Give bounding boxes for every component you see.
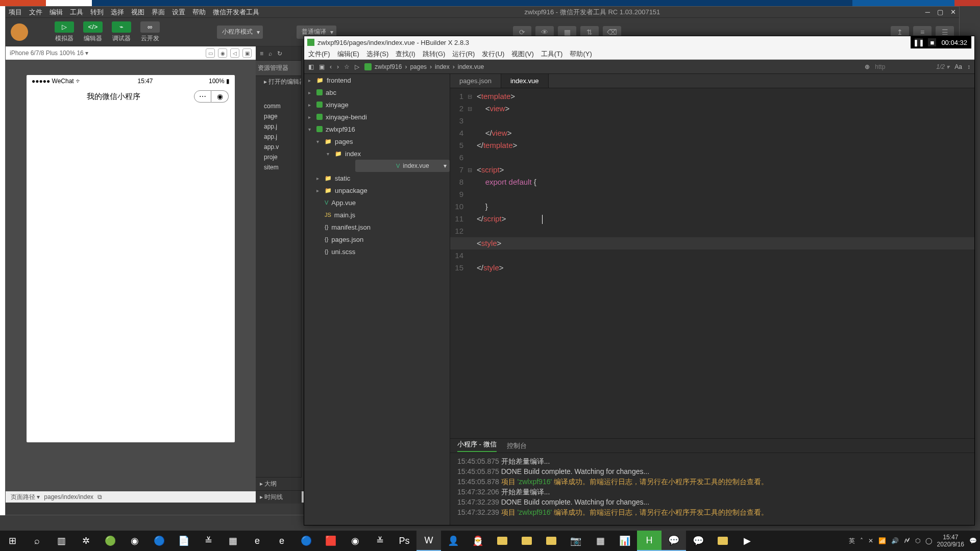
tree-item[interactable]: app.j	[256, 121, 301, 132]
menu-edit[interactable]: 编辑	[50, 8, 63, 17]
menu-goto[interactable]: 转到	[90, 8, 104, 17]
editor-tab-pages.json[interactable]: pages.json	[450, 74, 501, 88]
crumb-3[interactable]: index.vue	[458, 63, 484, 70]
crumb-1[interactable]: pages	[410, 63, 427, 70]
search-icon[interactable]: ⌕	[268, 50, 272, 57]
taskbar-app[interactable]: 🟢	[98, 531, 122, 551]
tree-main.js[interactable]: JSmain.js	[304, 209, 450, 221]
tree-item[interactable]: comm	[256, 101, 301, 111]
tray-icon[interactable]: ◯	[925, 537, 932, 544]
timeline-section[interactable]: ▸ 时间线	[256, 490, 302, 504]
crumb-2[interactable]: index	[435, 63, 450, 70]
pop-icon[interactable]: ▣	[242, 48, 252, 58]
taskbar-app[interactable]: 👤	[441, 531, 465, 551]
window-close-icon[interactable]: ✕	[950, 8, 956, 16]
taskview-button[interactable]: ▥	[49, 531, 74, 551]
cloud-button[interactable]: ∞云开发	[137, 21, 163, 43]
tree-index[interactable]: ▾📁index	[304, 147, 450, 160]
project-avatar-icon[interactable]	[11, 23, 28, 41]
search-button[interactable]: ⌕	[24, 531, 49, 551]
menu-find[interactable]: 查找(I)	[396, 49, 415, 59]
taskbar-ps[interactable]: Ps	[392, 531, 416, 551]
back-icon[interactable]: ‹	[330, 63, 332, 70]
editor-button[interactable]: </>编辑器	[80, 21, 106, 43]
menu-file[interactable]: 文件	[29, 8, 42, 17]
taskbar-app[interactable]: ▦	[220, 531, 245, 551]
taskbar-app[interactable]: ✲	[74, 531, 98, 551]
taskbar-app[interactable]: 🟥	[318, 531, 343, 551]
tree-index.vue[interactable]: Vindex.vue	[355, 160, 450, 172]
tree-pages[interactable]: ▾📁pages	[304, 135, 450, 147]
taskbar-folder[interactable]	[710, 531, 735, 551]
tree-uni.scss[interactable]: {}uni.scss	[304, 245, 450, 258]
code-editor[interactable]: 123456789101112131415 ⊟⊟ ⊟ ⊟ <template> …	[450, 88, 974, 438]
tree-item[interactable]: app.v	[256, 142, 301, 152]
console-tab-miniapp[interactable]: 小程序 - 微信	[457, 440, 497, 452]
taskbar-clock[interactable]: 15:472020/9/16	[937, 534, 964, 548]
menu-publish[interactable]: 发行(U)	[482, 49, 504, 59]
menu-settings[interactable]: 设置	[172, 8, 185, 17]
tray-chevron-icon[interactable]: ˄	[860, 537, 863, 544]
tree-item[interactable]: app.j	[256, 132, 301, 142]
tree-item[interactable]: sitem	[256, 162, 301, 172]
outline-section[interactable]: ▸ 大纲	[256, 477, 302, 490]
tree-frontend[interactable]: ▸📁frontend	[304, 74, 450, 86]
taskbar-app[interactable]: ▦	[588, 531, 612, 551]
tree-abc[interactable]: ▸abc	[304, 86, 450, 98]
stop-icon[interactable]: ■	[928, 38, 936, 46]
menu-select[interactable]: 选择	[111, 8, 124, 17]
capsule-close-icon[interactable]: ◉	[211, 90, 229, 103]
tray-volume-icon[interactable]: 🔊	[891, 537, 899, 544]
menu-view[interactable]: 视图(V)	[511, 49, 533, 59]
taskbar-folder[interactable]	[514, 531, 539, 551]
device-select[interactable]: iPhone 6/7/8 Plus 100% 16 ▾	[10, 49, 88, 57]
menu-run[interactable]: 运行(R)	[452, 49, 475, 59]
window-maximize-icon[interactable]: ▢	[937, 8, 943, 16]
taskbar-app[interactable]: ≚	[368, 531, 392, 551]
mode-select[interactable]: 小程序模式	[217, 26, 263, 39]
capsule-menu-icon[interactable]: ⋯	[194, 90, 211, 103]
crumb-0[interactable]: zwlxpf916	[375, 63, 402, 70]
back-icon[interactable]: ◁	[230, 48, 239, 58]
star-icon[interactable]: ☆	[344, 63, 350, 70]
debugger-button[interactable]: ⌁调试器	[109, 21, 134, 43]
taskbar-app[interactable]: 📄	[172, 531, 196, 551]
page-path-label[interactable]: 页面路径 ▾	[11, 493, 40, 502]
taskbar-player[interactable]: ▶	[735, 531, 760, 551]
ime-indicator[interactable]: 英	[849, 537, 855, 545]
window-minimize-icon[interactable]: ─	[925, 8, 930, 16]
taskbar-app[interactable]: 🔵	[294, 531, 318, 551]
tree-unpackage[interactable]: ▸📁unpackage	[304, 184, 450, 196]
run-icon[interactable]: ▷	[355, 63, 359, 70]
tray-icon[interactable]: ✕	[868, 537, 873, 544]
menu-ui[interactable]: 界面	[152, 8, 165, 17]
tree-xinyage-bendi[interactable]: ▸xinyage-bendi	[304, 111, 450, 123]
menu-tool[interactable]: 工具(T)	[541, 49, 563, 59]
start-button[interactable]: ⊞	[0, 531, 24, 551]
taskbar-app[interactable]: ◉	[343, 531, 368, 551]
menu-file[interactable]: 文件(F)	[308, 49, 330, 59]
record-icon[interactable]: ◉	[218, 48, 227, 58]
pause-icon[interactable]: ❚❚	[915, 38, 923, 46]
tree-static[interactable]: ▸📁static	[304, 172, 450, 184]
taskbar-ie[interactable]: e	[270, 531, 294, 551]
save-icon[interactable]: ▣	[319, 63, 325, 70]
replace-icon[interactable]: ↕	[967, 63, 970, 70]
copy-icon[interactable]: ⧉	[97, 493, 102, 500]
taskbar-qq[interactable]: 🔵	[147, 531, 172, 551]
page-path-value[interactable]: pages/index/index	[44, 493, 93, 500]
tree-manifest.json[interactable]: {}manifest.json	[304, 221, 450, 233]
menu-select[interactable]: 选择(S)	[366, 49, 388, 59]
menu-help[interactable]: 帮助	[192, 8, 206, 17]
taskbar-chrome[interactable]: ◉	[122, 531, 147, 551]
case-icon[interactable]: Aa	[954, 63, 962, 70]
simulator-button[interactable]: ▷模拟器	[52, 21, 77, 43]
taskbar-wps[interactable]: W	[416, 531, 441, 551]
mute-icon[interactable]: ▭	[206, 48, 215, 58]
tree-open-editors[interactable]: ▸ 打开的编辑器	[256, 76, 301, 88]
menu-help[interactable]: 帮助(Y)	[570, 49, 592, 59]
tray-wifi-icon[interactable]: 📶	[878, 537, 886, 544]
menu-goto[interactable]: 跳转(G)	[423, 49, 446, 59]
taskbar-vscode[interactable]: ≚	[196, 531, 220, 551]
tree-xinyage[interactable]: ▸xinyage	[304, 98, 450, 111]
